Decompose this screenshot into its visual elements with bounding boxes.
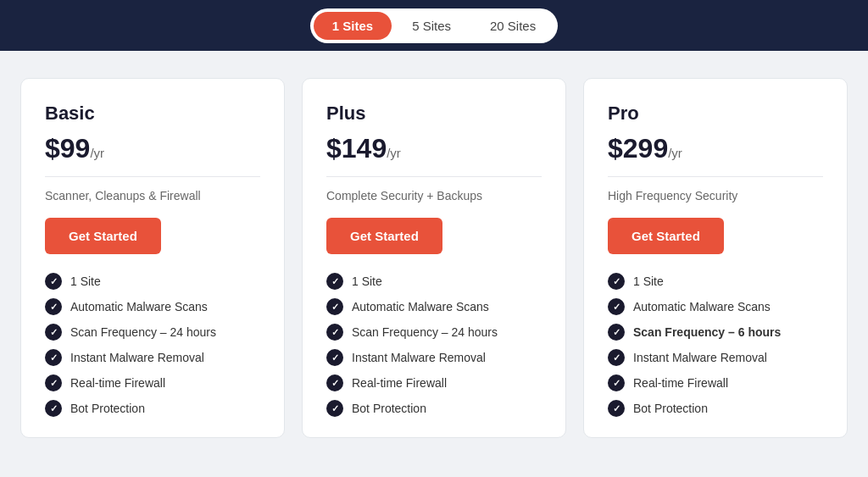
plan-name-basic: Basic (45, 103, 260, 125)
check-icon-plus-4 (326, 374, 343, 391)
plan-divider-pro (608, 176, 823, 177)
feature-list-basic: 1 Site Automatic Malware Scans Scan Freq… (45, 273, 260, 417)
get-started-plus[interactable]: Get Started (326, 218, 442, 254)
feature-item-pro-2: Scan Frequency – 6 hours (608, 324, 823, 341)
top-bar: 1 Sites5 Sites20 Sites (0, 0, 868, 51)
feature-item-pro-4: Real-time Firewall (608, 374, 823, 391)
plan-card-basic: Basic $99/yr Scanner, Cleanups & Firewal… (20, 78, 285, 438)
feature-list-pro: 1 Site Automatic Malware Scans Scan Freq… (608, 273, 823, 417)
check-icon-basic-3 (45, 349, 62, 366)
feature-item-plus-2: Scan Frequency – 24 hours (326, 324, 542, 341)
check-icon-basic-0 (45, 273, 62, 290)
plan-price-pro: $299/yr (608, 133, 823, 164)
plan-subtitle-basic: Scanner, Cleanups & Firewall (45, 189, 260, 202)
feature-text-plus-5: Bot Protection (352, 402, 426, 415)
check-icon-basic-5 (45, 400, 62, 417)
check-icon-plus-3 (326, 349, 343, 366)
plan-card-pro: Pro $299/yr High Frequency Security Get … (583, 78, 848, 438)
feature-text-basic-5: Bot Protection (70, 402, 145, 415)
plan-card-plus: Plus $149/yr Complete Security + Backups… (302, 78, 566, 438)
plan-name-plus: Plus (326, 103, 542, 125)
feature-item-pro-0: 1 Site (608, 273, 823, 290)
get-started-pro[interactable]: Get Started (608, 218, 724, 254)
feature-item-pro-3: Instant Malware Removal (608, 349, 823, 366)
feature-item-plus-1: Automatic Malware Scans (326, 298, 542, 315)
plan-subtitle-pro: High Frequency Security (608, 189, 823, 202)
plan-price-plus: $149/yr (326, 133, 542, 164)
feature-item-plus-0: 1 Site (326, 273, 542, 290)
feature-item-basic-4: Real-time Firewall (45, 374, 260, 391)
feature-text-plus-4: Real-time Firewall (352, 376, 447, 390)
feature-item-plus-5: Bot Protection (326, 400, 542, 417)
feature-text-basic-2: Scan Frequency – 24 hours (70, 325, 216, 339)
feature-text-plus-0: 1 Site (352, 275, 382, 288)
feature-text-pro-1: Automatic Malware Scans (633, 300, 771, 313)
feature-item-plus-3: Instant Malware Removal (326, 349, 542, 366)
check-icon-pro-0 (608, 273, 625, 290)
feature-text-pro-5: Bot Protection (633, 402, 708, 415)
feature-text-pro-3: Instant Malware Removal (633, 351, 767, 364)
check-icon-pro-3 (608, 349, 625, 366)
feature-item-basic-3: Instant Malware Removal (45, 349, 260, 366)
check-icon-pro-5 (608, 400, 625, 417)
feature-text-plus-3: Instant Malware Removal (352, 351, 486, 364)
plan-divider-basic (45, 176, 260, 177)
feature-item-basic-5: Bot Protection (45, 400, 260, 417)
check-icon-plus-1 (326, 298, 343, 315)
feature-item-pro-1: Automatic Malware Scans (608, 298, 823, 315)
check-icon-basic-4 (45, 374, 62, 391)
tab-switcher: 1 Sites5 Sites20 Sites (310, 8, 558, 43)
check-icon-plus-0 (326, 273, 343, 290)
feature-text-pro-2: Scan Frequency – 6 hours (633, 325, 781, 339)
feature-text-plus-2: Scan Frequency – 24 hours (352, 325, 498, 339)
feature-item-pro-5: Bot Protection (608, 400, 823, 417)
feature-item-basic-1: Automatic Malware Scans (45, 298, 260, 315)
plan-subtitle-plus: Complete Security + Backups (326, 189, 542, 202)
check-icon-pro-2 (608, 324, 625, 341)
check-icon-plus-5 (326, 400, 343, 417)
feature-item-plus-4: Real-time Firewall (326, 374, 542, 391)
feature-text-pro-4: Real-time Firewall (633, 376, 728, 390)
check-icon-pro-4 (608, 374, 625, 391)
feature-list-plus: 1 Site Automatic Malware Scans Scan Freq… (326, 273, 542, 417)
get-started-basic[interactable]: Get Started (45, 218, 161, 254)
tab-5-sites[interactable]: 5 Sites (393, 12, 470, 40)
feature-text-basic-1: Automatic Malware Scans (70, 300, 208, 313)
feature-item-basic-2: Scan Frequency – 24 hours (45, 324, 260, 341)
tab-1-sites[interactable]: 1 Sites (314, 12, 392, 40)
feature-text-basic-3: Instant Malware Removal (70, 351, 204, 364)
plan-divider-plus (326, 176, 542, 177)
feature-text-pro-0: 1 Site (633, 275, 664, 288)
plan-price-basic: $99/yr (45, 133, 260, 164)
check-icon-basic-1 (45, 298, 62, 315)
feature-text-plus-1: Automatic Malware Scans (352, 300, 489, 313)
feature-text-basic-4: Real-time Firewall (70, 376, 165, 390)
feature-item-basic-0: 1 Site (45, 273, 260, 290)
plans-container: Basic $99/yr Scanner, Cleanups & Firewal… (0, 51, 868, 458)
check-icon-pro-1 (608, 298, 625, 315)
feature-text-basic-0: 1 Site (70, 275, 101, 288)
check-icon-basic-2 (45, 324, 62, 341)
tab-20-sites[interactable]: 20 Sites (471, 12, 554, 40)
plan-name-pro: Pro (608, 103, 823, 125)
check-icon-plus-2 (326, 324, 343, 341)
